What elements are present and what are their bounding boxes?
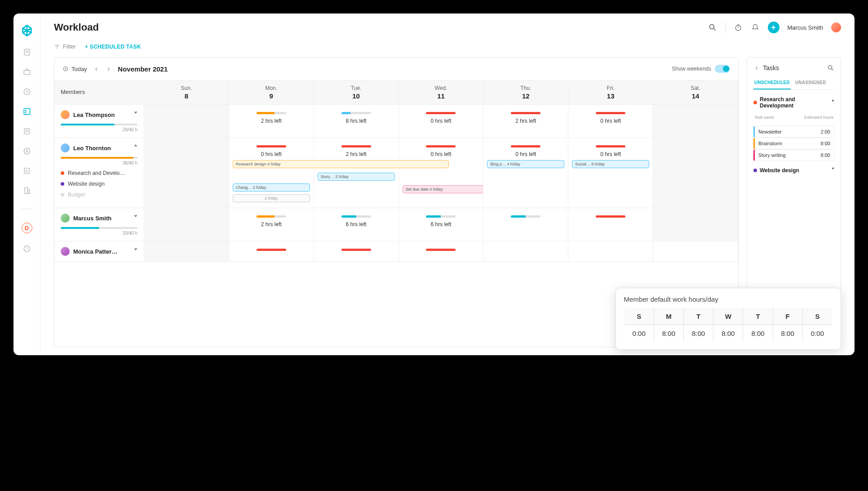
bell-icon[interactable] bbox=[751, 23, 760, 32]
hours-left: 2 hrs left bbox=[233, 221, 310, 228]
user-name[interactable]: Marcus Smith bbox=[788, 24, 823, 31]
task-block[interactable]: 2 h/day bbox=[233, 194, 310, 202]
wh-day-value[interactable]: 8:00 bbox=[743, 325, 773, 342]
task-item[interactable]: Brainstorm8:00 bbox=[753, 138, 834, 149]
wh-day-header: M bbox=[654, 308, 683, 325]
hours-left: 0 hrs left bbox=[233, 151, 310, 157]
task-item[interactable]: Newsletter2:00 bbox=[753, 126, 834, 138]
task-block[interactable]: Story… 2 h/day bbox=[318, 173, 395, 181]
project-dot-icon bbox=[753, 169, 757, 172]
day-cell[interactable] bbox=[653, 138, 738, 208]
svg-rect-17 bbox=[27, 190, 29, 193]
project-research[interactable]: Research and Development ˄ bbox=[753, 96, 834, 109]
task-item[interactable]: Story writing8:00 bbox=[753, 149, 834, 161]
svg-text:?: ? bbox=[26, 246, 28, 251]
wh-day-value[interactable]: 0:00 bbox=[624, 325, 654, 342]
project-row[interactable]: Budget bbox=[61, 192, 137, 198]
day-cell[interactable]: 0 hrs leftSet due date 4 h/day bbox=[399, 138, 484, 208]
day-cell[interactable]: 0 hrs leftResearch design 4 h/dayChang… … bbox=[229, 138, 314, 208]
day-cell[interactable] bbox=[399, 241, 484, 262]
chevron-icon: ˅ bbox=[134, 214, 137, 223]
tab-unassigned[interactable]: UNASSIGNED bbox=[794, 77, 827, 89]
wh-day-value[interactable]: 8:00 bbox=[773, 325, 802, 342]
wh-day-value[interactable]: 8:00 bbox=[654, 325, 683, 342]
nav-building-icon[interactable] bbox=[22, 186, 31, 195]
svg-rect-0 bbox=[24, 49, 30, 55]
svg-point-20 bbox=[709, 24, 714, 29]
day-cell[interactable]: 2 hrs leftStory… 2 h/day bbox=[314, 138, 399, 208]
day-cell[interactable]: 2 hrs left bbox=[229, 208, 314, 241]
day-cell[interactable] bbox=[653, 105, 738, 138]
tab-unscheduled[interactable]: UNSCHEDULED bbox=[753, 77, 791, 89]
nav-clock-icon[interactable] bbox=[22, 87, 31, 96]
day-header: Sun.8 bbox=[144, 80, 229, 105]
member-row[interactable]: Marcus Smith ˅ bbox=[61, 214, 137, 223]
day-cell[interactable] bbox=[144, 138, 229, 208]
search-icon[interactable] bbox=[708, 23, 717, 32]
load-bar bbox=[596, 145, 625, 147]
load-bar bbox=[596, 215, 625, 218]
day-cell[interactable] bbox=[144, 208, 229, 241]
workhours-title: Member default work hours/day bbox=[624, 295, 833, 303]
wh-day-value[interactable]: 8:00 bbox=[713, 325, 743, 342]
scheduled-task-button[interactable]: + SCHEDULED TASK bbox=[85, 44, 141, 50]
day-cell[interactable] bbox=[483, 208, 568, 241]
member-name: Marcus Smith bbox=[73, 215, 130, 222]
day-cell[interactable]: 8 hrs left bbox=[314, 105, 399, 138]
task-block[interactable]: Chang… 2 h/day bbox=[233, 183, 310, 192]
day-cell[interactable] bbox=[483, 241, 568, 262]
nav-dollar-icon[interactable]: $ bbox=[22, 147, 31, 156]
weekends-switch[interactable] bbox=[715, 65, 730, 73]
month-label: November 2021 bbox=[118, 65, 168, 73]
today-label: Today bbox=[71, 66, 87, 72]
nav-workload-icon[interactable] bbox=[22, 107, 31, 116]
stopwatch-icon[interactable] bbox=[734, 23, 743, 32]
day-cell[interactable] bbox=[144, 105, 229, 138]
day-cell[interactable]: 0 hrs leftBlog p… 4 h/day bbox=[483, 138, 568, 208]
load-bar bbox=[426, 215, 456, 218]
day-cell[interactable]: 0 hrs left bbox=[568, 105, 653, 138]
today-button[interactable]: Today bbox=[62, 66, 87, 72]
add-button[interactable]: + bbox=[768, 22, 779, 33]
svg-text:$: $ bbox=[26, 149, 28, 153]
member-row[interactable]: Lea Thompson ˅ bbox=[61, 110, 137, 119]
nav-list-icon[interactable] bbox=[22, 127, 31, 136]
day-cell[interactable]: 6 hrs left bbox=[399, 208, 484, 241]
day-cell[interactable] bbox=[229, 241, 314, 262]
day-cell[interactable]: 6 hrs left bbox=[314, 208, 399, 241]
tasks-search-icon[interactable] bbox=[827, 64, 834, 71]
nav-document-icon[interactable] bbox=[22, 48, 31, 57]
day-cell[interactable] bbox=[568, 241, 653, 262]
day-cell[interactable] bbox=[314, 241, 399, 262]
task-block[interactable]: Blog p… 4 h/day bbox=[487, 160, 564, 168]
task-hours: 8:00 bbox=[821, 152, 830, 158]
filter-button[interactable]: Filter bbox=[54, 43, 76, 50]
day-cell[interactable]: 0 hrs left bbox=[399, 105, 484, 138]
prev-button[interactable]: ‹ bbox=[93, 64, 99, 74]
day-cell[interactable] bbox=[144, 241, 229, 262]
project-website[interactable]: Website design ˅ bbox=[753, 167, 834, 174]
task-block[interactable]: Social… 8 h/day bbox=[572, 160, 649, 168]
nav-workspace-badge[interactable]: D bbox=[22, 223, 32, 233]
load-bar bbox=[341, 145, 371, 147]
nav-help-icon[interactable]: ? bbox=[22, 244, 31, 253]
member-row[interactable]: Leo Thornton ˄ bbox=[61, 143, 137, 152]
avatar[interactable] bbox=[831, 22, 841, 32]
next-button[interactable]: › bbox=[106, 64, 111, 74]
wh-day-value[interactable]: 8:00 bbox=[683, 325, 713, 342]
member-row[interactable]: Monica Patter… ˅ bbox=[61, 247, 137, 256]
day-cell[interactable]: 2 hrs left bbox=[229, 105, 314, 138]
task-block[interactable]: Research design 4 h/day bbox=[233, 160, 449, 168]
svg-rect-3 bbox=[24, 71, 30, 75]
project-row[interactable]: Research and Develo… bbox=[61, 170, 137, 176]
tasks-collapse-icon[interactable]: › bbox=[753, 63, 759, 73]
day-cell[interactable] bbox=[653, 241, 738, 262]
day-cell[interactable]: 2 hrs left bbox=[483, 105, 568, 138]
project-row[interactable]: Website design bbox=[61, 181, 137, 187]
nav-chart-icon[interactable] bbox=[22, 166, 31, 175]
day-cell[interactable] bbox=[568, 208, 653, 241]
day-cell[interactable]: 0 hrs leftSocial… 8 h/day bbox=[568, 138, 653, 208]
day-cell[interactable] bbox=[653, 208, 738, 241]
wh-day-value[interactable]: 0:00 bbox=[802, 325, 832, 342]
nav-briefcase-icon[interactable] bbox=[22, 67, 31, 76]
